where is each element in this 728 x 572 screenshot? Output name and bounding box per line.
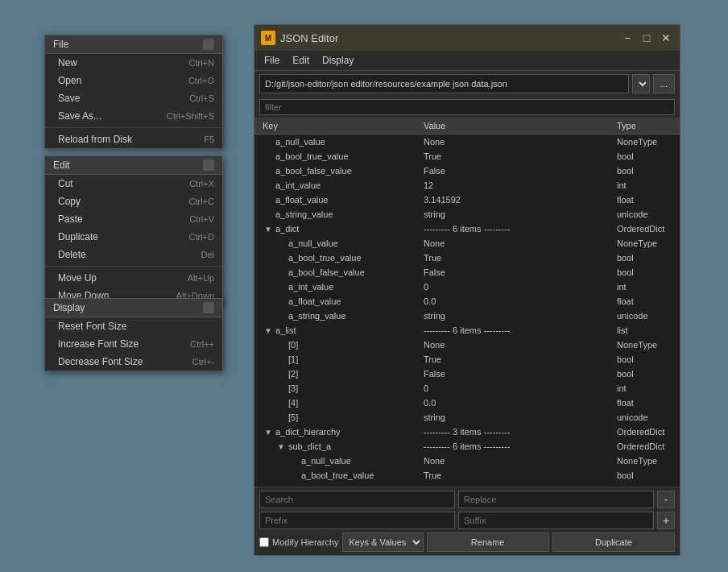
table-row[interactable]: [4] 0.0 float: [254, 396, 680, 410]
suffix-input[interactable]: [458, 512, 654, 529]
row-type: bool: [614, 164, 675, 177]
row-key: [0]: [259, 338, 420, 351]
window-title: JSON Editor: [280, 32, 620, 44]
table-row[interactable]: ▼ a_dict --------- 6 items --------- Ord…: [254, 222, 680, 236]
edit-menu-trigger[interactable]: Edit: [286, 52, 316, 68]
table-body[interactable]: a_null_value None NoneType a_bool_true_v…: [254, 135, 680, 487]
table-row[interactable]: [3] 0 int: [254, 381, 680, 396]
table-row[interactable]: a_string_value string unicode: [254, 207, 680, 222]
row-type: unicode: [614, 309, 675, 322]
display-menu-increase-font[interactable]: Increase Font Size Ctrl++: [45, 335, 222, 353]
edit-menu-duplicate[interactable]: Duplicate Ctrl+D: [45, 228, 222, 246]
rename-button[interactable]: Rename: [427, 533, 549, 552]
collapse-arrow[interactable]: ▼: [277, 442, 285, 451]
plus-button[interactable]: +: [657, 512, 675, 529]
row-key: [4]: [259, 396, 420, 409]
action-row: Modify Hierarchy Keys & Values Keys Only…: [259, 533, 675, 552]
browse-button[interactable]: ...: [653, 74, 675, 93]
col-type-header: Type: [614, 119, 675, 132]
table-row[interactable]: a_float_value 0.0 float: [254, 294, 680, 309]
row-key: [3]: [259, 382, 420, 395]
duplicate-button[interactable]: Duplicate: [552, 533, 675, 552]
edit-menu-cut[interactable]: Cut Ctrl+X: [45, 175, 222, 193]
app-icon: M: [261, 31, 275, 45]
row-key: [2]: [259, 367, 420, 380]
edit-menu-delete[interactable]: Delete Del: [45, 246, 222, 263]
display-menu[interactable]: Display Reset Font Size Increase Font Si…: [44, 298, 223, 371]
file-menu-trigger[interactable]: File: [258, 52, 286, 68]
collapse-arrow[interactable]: ▼: [264, 225, 272, 234]
row-type: NoneType: [614, 237, 675, 250]
replace-input[interactable]: [458, 491, 654, 508]
table-row[interactable]: a_null_value None NoneType: [254, 236, 680, 251]
scope-select[interactable]: Keys & Values Keys Only Values Only: [342, 533, 424, 552]
filter-input[interactable]: [259, 99, 675, 115]
table-row[interactable]: [0] None NoneType: [254, 338, 680, 352]
table-row[interactable]: a_null_value None NoneType: [254, 454, 680, 468]
row-key: a_float_value: [259, 295, 420, 308]
edit-menu-separator: [45, 266, 222, 267]
row-type: bool: [614, 469, 675, 482]
row-key: ▼ sub_dict_a: [259, 440, 420, 453]
row-type: list: [614, 324, 675, 337]
maximize-button[interactable]: □: [639, 31, 654, 45]
edit-menu-paste[interactable]: Paste Ctrl+V: [45, 210, 222, 228]
row-type: int: [614, 179, 675, 192]
file-menu-save[interactable]: Save Ctrl+S: [45, 89, 222, 107]
table-row[interactable]: a_bool_false_value False bool: [254, 265, 680, 280]
edit-menu-copy[interactable]: Copy Ctrl+C: [45, 193, 222, 210]
modify-hierarchy-label[interactable]: Modify Hierarchy: [259, 537, 339, 547]
display-menu-reset-font[interactable]: Reset Font Size: [45, 317, 222, 335]
edit-menu[interactable]: Edit Cut Ctrl+X Copy Ctrl+C Paste Ctrl+V…: [44, 155, 223, 305]
table-row[interactable]: a_bool_true_value True bool: [254, 468, 680, 483]
table-row[interactable]: ▼ a_dict_hierarchy --------- 3 items ---…: [254, 425, 680, 439]
row-value: --------- 6 items ---------: [420, 222, 614, 235]
file-path-dropdown[interactable]: [632, 74, 650, 93]
display-menu-icon: [203, 302, 214, 313]
file-menu-reload[interactable]: Reload from Disk F5: [45, 131, 222, 148]
file-menu-open[interactable]: Open Ctrl+O: [45, 72, 222, 89]
close-button[interactable]: ✕: [659, 31, 673, 45]
toolbar: ...: [254, 71, 680, 97]
minus-button[interactable]: -: [657, 491, 675, 508]
table-row[interactable]: ▼ sub_dict_a --------- 6 items ---------…: [254, 439, 680, 454]
collapse-arrow[interactable]: ▼: [264, 428, 272, 437]
collapse-arrow[interactable]: ▼: [264, 326, 272, 335]
row-key: a_int_value: [259, 280, 420, 293]
table-row[interactable]: a_bool_true_value True bool: [254, 251, 680, 265]
file-menu-new[interactable]: New Ctrl+N: [45, 54, 222, 72]
row-value: None: [420, 237, 614, 250]
row-type: int: [614, 382, 675, 395]
table-row[interactable]: [5] string unicode: [254, 410, 680, 425]
table-row[interactable]: [2] False bool: [254, 367, 680, 381]
table-row[interactable]: a_bool_true_value True bool: [254, 149, 680, 164]
table-row[interactable]: a_int_value 0 int: [254, 280, 680, 294]
table-row[interactable]: a_float_value 3.141592 float: [254, 193, 680, 207]
modify-hierarchy-checkbox[interactable]: [259, 537, 269, 547]
prefix-input[interactable]: [259, 512, 455, 529]
row-type: OrderedDict: [614, 425, 675, 438]
row-key: ▼ a_dict: [259, 222, 420, 235]
display-menu-decrease-font[interactable]: Decrease Font Size Ctrl+-: [45, 353, 222, 371]
row-value: None: [420, 454, 614, 467]
row-value: string: [420, 208, 614, 221]
minimize-button[interactable]: −: [620, 31, 635, 45]
row-key: a_int_value: [259, 179, 420, 192]
row-key: a_bool_true_value: [259, 251, 420, 264]
table-row[interactable]: a_string_value string unicode: [254, 309, 680, 323]
row-type: bool: [614, 367, 675, 380]
table-header: Key Value Type: [254, 118, 680, 135]
row-type: float: [614, 295, 675, 308]
edit-menu-move-up[interactable]: Move Up Alt+Up: [45, 269, 222, 287]
file-path-input[interactable]: [259, 74, 629, 93]
table-row[interactable]: [1] True bool: [254, 352, 680, 367]
search-input[interactable]: [259, 491, 455, 508]
table-row[interactable]: a_null_value None NoneType: [254, 135, 680, 149]
file-menu[interactable]: File New Ctrl+N Open Ctrl+O Save Ctrl+S …: [44, 35, 223, 149]
display-menu-trigger[interactable]: Display: [316, 52, 360, 68]
table-row[interactable]: a_int_value 12 int: [254, 178, 680, 193]
table-row[interactable]: ▼ a_list --------- 6 items --------- lis…: [254, 323, 680, 338]
file-menu-save-as[interactable]: Save As... Ctrl+Shift+S: [45, 107, 222, 125]
table-row[interactable]: a_bool_false_value False bool: [254, 164, 680, 178]
bottom-panel: - + Modify Hierarchy Keys & Values Keys …: [254, 487, 680, 555]
